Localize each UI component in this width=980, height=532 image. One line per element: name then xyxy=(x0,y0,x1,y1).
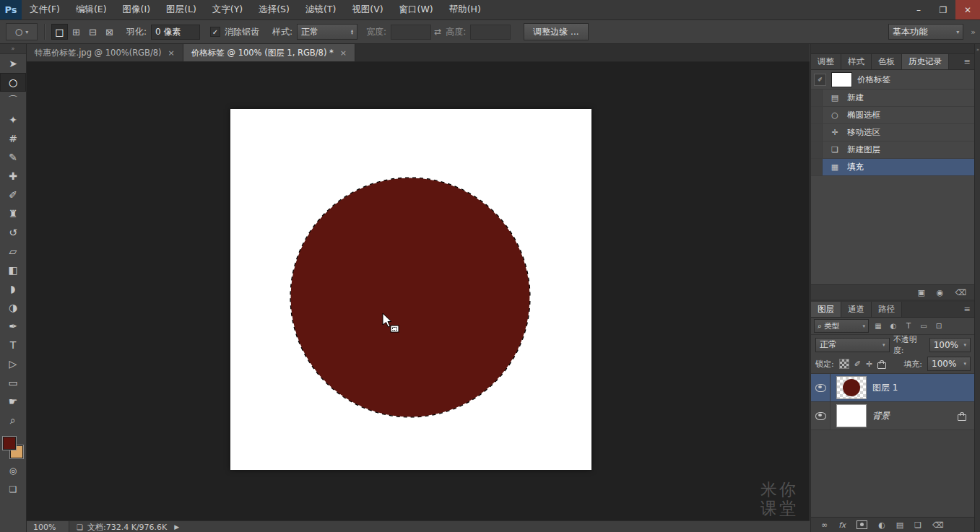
height-input[interactable] xyxy=(470,25,511,40)
history-source-checkbox[interactable] xyxy=(811,124,823,141)
refine-edge-button[interactable]: 调整边缘 ... xyxy=(524,23,588,40)
tool-brush[interactable]: ✐ xyxy=(0,186,26,204)
filter-pixel-layers-icon[interactable]: ▦ xyxy=(872,322,884,330)
history-source-icon[interactable]: ✐ xyxy=(814,74,826,86)
restore-button[interactable]: ❐ xyxy=(931,0,955,19)
tool-path-selection[interactable]: ▷ xyxy=(0,354,26,373)
layer-thumbnail[interactable] xyxy=(836,404,867,427)
lock-pixels-icon[interactable]: ✐ xyxy=(854,359,861,369)
layer-name[interactable]: 图层 1 xyxy=(872,382,898,394)
subtract-from-selection-button[interactable]: ⊟ xyxy=(84,24,101,40)
tab-paths[interactable]: 路径 xyxy=(872,302,902,317)
new-group-icon[interactable]: ▤ xyxy=(896,520,903,530)
menu-filter[interactable]: 滤镜(T) xyxy=(298,0,344,19)
lock-all-icon[interactable] xyxy=(877,362,886,369)
feather-input[interactable]: 0 像素 xyxy=(151,25,200,40)
tab-history[interactable]: 历史记录 xyxy=(902,54,949,69)
menu-help[interactable]: 帮助(H) xyxy=(441,0,489,19)
visibility-toggle[interactable] xyxy=(811,374,831,401)
blend-mode-dropdown[interactable]: 正常 ▾ xyxy=(815,338,890,352)
tool-dodge[interactable]: ◑ xyxy=(0,298,26,317)
document-tab-inactive[interactable]: 特惠价标签.jpg @ 100%(RGB/8) × xyxy=(27,44,183,61)
antialias-checkbox[interactable]: ✓ xyxy=(210,27,220,37)
quick-mask-button[interactable]: ◎ xyxy=(0,461,26,480)
opacity-dropdown[interactable]: 100% ▾ xyxy=(929,338,971,352)
tool-history-brush[interactable]: ↺ xyxy=(0,223,26,242)
tab-close-icon[interactable]: × xyxy=(168,48,175,58)
filter-type-dropdown[interactable]: ⌕ 类型 ▾ xyxy=(814,319,869,333)
new-snapshot-icon[interactable]: ◉ xyxy=(937,288,944,297)
lock-transparency-icon[interactable] xyxy=(839,359,849,369)
screen-mode-button[interactable]: ❏ xyxy=(0,480,26,499)
tool-hand[interactable]: ☛ xyxy=(0,392,26,411)
tool-preset-picker[interactable]: ○ ▾ xyxy=(6,23,38,40)
panel-menu-icon[interactable]: ≡ xyxy=(959,302,975,317)
filter-adjustment-layers-icon[interactable]: ◐ xyxy=(888,322,899,330)
tool-rectangle[interactable]: ▭ xyxy=(0,373,26,392)
layer-row-layer1[interactable]: 图层 1 xyxy=(811,374,975,402)
menu-view[interactable]: 视图(V) xyxy=(344,0,391,19)
tool-eyedropper[interactable]: ✎ xyxy=(0,148,26,167)
history-step-new-layer[interactable]: ❏ 新建图层 xyxy=(811,141,975,159)
tool-crop[interactable]: # xyxy=(0,129,26,148)
tab-close-icon[interactable]: × xyxy=(340,48,347,58)
delete-layer-icon[interactable]: ⌫ xyxy=(932,520,944,530)
fill-dropdown[interactable]: 100% ▾ xyxy=(927,357,971,371)
menu-select[interactable]: 选择(S) xyxy=(251,0,298,19)
link-layers-icon[interactable]: ∞ xyxy=(821,520,828,530)
layer-name[interactable]: 背景 xyxy=(872,410,890,422)
width-input[interactable] xyxy=(391,25,431,40)
add-layer-mask-icon[interactable] xyxy=(857,520,867,529)
tab-adjustments[interactable]: 调整 xyxy=(811,54,841,69)
menu-type[interactable]: 文字(Y) xyxy=(204,0,251,19)
layer-thumbnail[interactable] xyxy=(836,376,867,399)
menu-edit[interactable]: 编辑(E) xyxy=(68,0,115,19)
tool-clone-stamp[interactable]: ♜ xyxy=(0,204,26,223)
history-step-new[interactable]: ▤ 新建 xyxy=(811,90,975,107)
canvas-area[interactable]: 米你 课堂 xyxy=(27,62,810,520)
tool-type[interactable]: T xyxy=(0,336,26,354)
tab-swatches[interactable]: 色板 xyxy=(872,54,902,69)
dock-collapse-icon[interactable]: » xyxy=(976,47,979,53)
options-overflow-icon[interactable]: » xyxy=(971,27,976,37)
tab-channels[interactable]: 通道 xyxy=(841,302,872,317)
tool-eraser[interactable]: ▱ xyxy=(0,242,26,261)
menu-image[interactable]: 图像(I) xyxy=(115,0,158,19)
tool-zoom[interactable]: ⌕ xyxy=(0,411,26,429)
link-dimensions-icon[interactable]: ⇄ xyxy=(434,27,441,37)
tool-lasso[interactable]: ⌒ xyxy=(0,92,26,110)
history-step-elliptical-marquee[interactable]: ○ 椭圆选框 xyxy=(811,107,975,124)
lock-position-icon[interactable]: ✛ xyxy=(866,359,872,369)
history-snapshot-row[interactable]: ✐ 价格标签 xyxy=(811,70,975,90)
zoom-level-field[interactable]: 100% xyxy=(27,521,69,532)
delete-state-icon[interactable]: ⌫ xyxy=(955,288,966,297)
history-source-checkbox[interactable] xyxy=(811,159,823,175)
menu-file[interactable]: 文件(F) xyxy=(22,0,68,19)
filter-shape-layers-icon[interactable]: ▭ xyxy=(918,322,929,330)
status-menu-arrow-icon[interactable]: ▶ xyxy=(174,523,179,531)
tool-elliptical-marquee[interactable]: ○ xyxy=(0,73,26,92)
intersect-selection-button[interactable]: ⊠ xyxy=(101,24,118,40)
tab-styles[interactable]: 样式 xyxy=(841,54,872,69)
style-dropdown[interactable]: 正常 ▴▾ xyxy=(297,24,357,40)
tab-layers[interactable]: 图层 xyxy=(811,302,841,317)
history-step-fill[interactable]: ▦ 填充 xyxy=(811,159,975,176)
layer-row-background[interactable]: 背景 xyxy=(811,402,975,430)
dock-edge-strip[interactable]: » xyxy=(974,44,980,532)
new-selection-button[interactable]: □ xyxy=(51,24,68,40)
menu-window[interactable]: 窗口(W) xyxy=(391,0,441,19)
tool-pen[interactable]: ✒ xyxy=(0,317,26,336)
dock-header[interactable] xyxy=(811,44,975,54)
document-canvas[interactable] xyxy=(230,109,591,470)
panel-menu-icon[interactable]: ≡ xyxy=(959,54,975,69)
filled-circle[interactable] xyxy=(290,178,530,417)
history-source-checkbox[interactable] xyxy=(811,107,823,123)
toolbar-collapse-icon[interactable]: » xyxy=(0,44,26,54)
visibility-toggle[interactable] xyxy=(811,402,831,429)
adjustment-layer-icon[interactable]: ◐ xyxy=(878,520,885,530)
document-tab-active[interactable]: 价格标签 @ 100% (图层 1, RGB/8) * × xyxy=(183,44,355,61)
tool-healing-brush[interactable]: ✚ xyxy=(0,167,26,186)
history-source-checkbox[interactable] xyxy=(811,141,823,158)
menu-layer[interactable]: 图层(L) xyxy=(158,0,204,19)
tool-blur[interactable]: ◗ xyxy=(0,279,26,298)
